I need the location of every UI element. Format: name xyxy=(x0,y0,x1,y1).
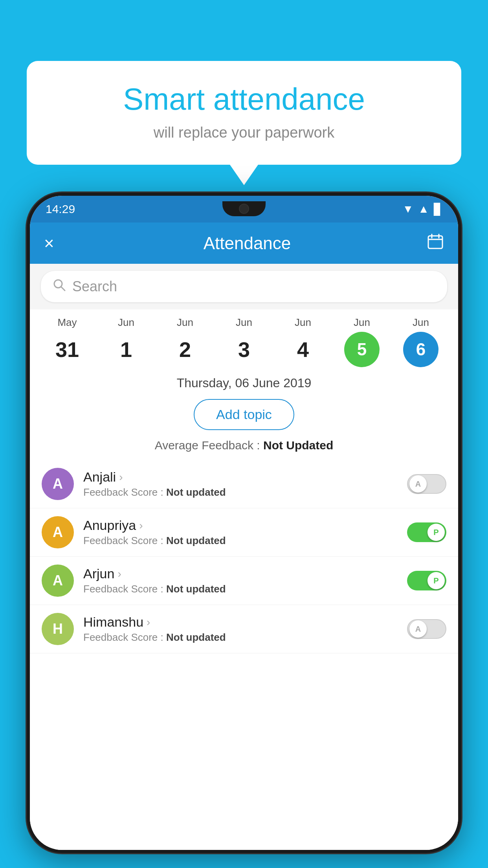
student-item[interactable]: AAnupriya›Feedback Score : Not updatedP xyxy=(30,508,458,557)
date-number[interactable]: 1 xyxy=(108,332,144,367)
student-name-row: Arjun› xyxy=(83,566,407,581)
calendar-button[interactable] xyxy=(427,233,444,254)
toggle-circle: P xyxy=(427,572,445,589)
date-month: Jun xyxy=(118,316,134,329)
student-name: Anupriya xyxy=(83,518,136,533)
bubble-subtitle: will replace your paperwork xyxy=(50,124,438,141)
add-topic-wrap: Add topic xyxy=(30,395,458,436)
app-bar: × Attendance xyxy=(30,223,458,264)
date-month: Jun xyxy=(354,316,370,329)
date-number[interactable]: 5 xyxy=(344,332,380,367)
avg-feedback-value: Not Updated xyxy=(263,439,333,452)
avatar: A xyxy=(42,468,74,500)
student-info: Anjali›Feedback Score : Not updated xyxy=(83,469,407,498)
chevron-right-icon: › xyxy=(147,616,150,629)
date-number[interactable]: 31 xyxy=(50,332,85,367)
search-container: Search xyxy=(30,264,458,309)
avg-feedback: Average Feedback : Not Updated xyxy=(30,436,458,460)
student-name-row: Himanshu› xyxy=(83,614,407,630)
phone-notch xyxy=(222,201,266,216)
date-month: Jun xyxy=(295,316,311,329)
date-strip: May31Jun1Jun2Jun3Jun4Jun5Jun6 xyxy=(30,309,458,367)
student-name: Anjali xyxy=(83,469,116,485)
date-cell[interactable]: Jun3 xyxy=(224,316,264,367)
student-name-row: Anupriya› xyxy=(83,518,407,533)
student-info: Anupriya›Feedback Score : Not updated xyxy=(83,518,407,547)
app-title: Attendance xyxy=(68,234,427,253)
search-icon xyxy=(53,278,66,295)
student-list: AAnjali›Feedback Score : Not updatedAAAn… xyxy=(30,460,458,850)
bubble-title: Smart attendance xyxy=(50,83,438,116)
toggle-switch[interactable]: P xyxy=(407,571,446,590)
search-placeholder: Search xyxy=(72,278,117,295)
date-month: May xyxy=(57,316,77,329)
toggle-circle: P xyxy=(427,524,445,541)
date-number[interactable]: 3 xyxy=(226,332,262,367)
date-cell[interactable]: May31 xyxy=(48,316,87,367)
selected-date-label: Thursday, 06 June 2019 xyxy=(30,367,458,395)
date-month: Jun xyxy=(413,316,429,329)
front-camera xyxy=(239,204,249,214)
phone-frame: 14:29 ▼ ▲ ▊ × Attendance xyxy=(27,193,461,853)
student-name: Himanshu xyxy=(83,614,143,630)
add-topic-button[interactable]: Add topic xyxy=(194,399,294,430)
battery-icon: ▊ xyxy=(434,203,442,216)
feedback-score: Feedback Score : Not updated xyxy=(83,535,407,547)
avatar: H xyxy=(42,613,74,645)
toggle-circle: A xyxy=(409,620,427,638)
date-cell[interactable]: Jun5 xyxy=(342,316,382,367)
student-item[interactable]: AAnjali›Feedback Score : Not updatedA xyxy=(30,460,458,508)
chevron-right-icon: › xyxy=(119,471,123,484)
toggle-switch[interactable]: A xyxy=(407,619,446,639)
speech-bubble: Smart attendance will replace your paper… xyxy=(27,61,461,165)
date-cell[interactable]: Jun6 xyxy=(401,316,440,367)
search-bar[interactable]: Search xyxy=(41,271,447,302)
content-area: Search May31Jun1Jun2Jun3Jun4Jun5Jun6 Thu… xyxy=(30,264,458,850)
phone-screen: 14:29 ▼ ▲ ▊ × Attendance xyxy=(30,196,458,850)
avatar: A xyxy=(42,565,74,597)
attendance-toggle[interactable]: A xyxy=(407,619,446,639)
feedback-score: Feedback Score : Not updated xyxy=(83,486,407,498)
student-name-row: Anjali› xyxy=(83,469,407,485)
avatar: A xyxy=(42,516,74,548)
date-cell[interactable]: Jun1 xyxy=(106,316,146,367)
attendance-toggle[interactable]: P xyxy=(407,522,446,542)
chevron-right-icon: › xyxy=(117,568,121,580)
date-number[interactable]: 2 xyxy=(167,332,203,367)
toggle-switch[interactable]: A xyxy=(407,474,446,494)
chevron-right-icon: › xyxy=(139,519,143,532)
close-button[interactable]: × xyxy=(44,234,68,253)
signal-icon: ▲ xyxy=(418,203,429,215)
status-icons: ▼ ▲ ▊ xyxy=(403,203,442,216)
student-info: Arjun›Feedback Score : Not updated xyxy=(83,566,407,595)
toggle-switch[interactable]: P xyxy=(407,522,446,542)
date-cell[interactable]: Jun2 xyxy=(165,316,205,367)
svg-line-5 xyxy=(61,287,65,291)
speech-bubble-container: Smart attendance will replace your paper… xyxy=(27,61,461,165)
feedback-score: Feedback Score : Not updated xyxy=(83,631,407,644)
date-month: Jun xyxy=(236,316,252,329)
svg-rect-0 xyxy=(428,236,442,248)
date-number[interactable]: 6 xyxy=(403,332,438,367)
date-cell[interactable]: Jun4 xyxy=(283,316,323,367)
student-info: Himanshu›Feedback Score : Not updated xyxy=(83,614,407,644)
avg-feedback-label: Average Feedback : xyxy=(155,439,263,452)
date-month: Jun xyxy=(177,316,193,329)
student-name: Arjun xyxy=(83,566,114,581)
toggle-circle: A xyxy=(409,475,427,493)
student-item[interactable]: AArjun›Feedback Score : Not updatedP xyxy=(30,557,458,605)
phone-container: 14:29 ▼ ▲ ▊ × Attendance xyxy=(27,193,461,868)
student-item[interactable]: HHimanshu›Feedback Score : Not updatedA xyxy=(30,605,458,653)
feedback-score: Feedback Score : Not updated xyxy=(83,583,407,595)
attendance-toggle[interactable]: A xyxy=(407,474,446,494)
attendance-toggle[interactable]: P xyxy=(407,571,446,590)
wifi-icon: ▼ xyxy=(403,203,414,215)
status-time: 14:29 xyxy=(46,202,75,216)
date-number[interactable]: 4 xyxy=(285,332,321,367)
